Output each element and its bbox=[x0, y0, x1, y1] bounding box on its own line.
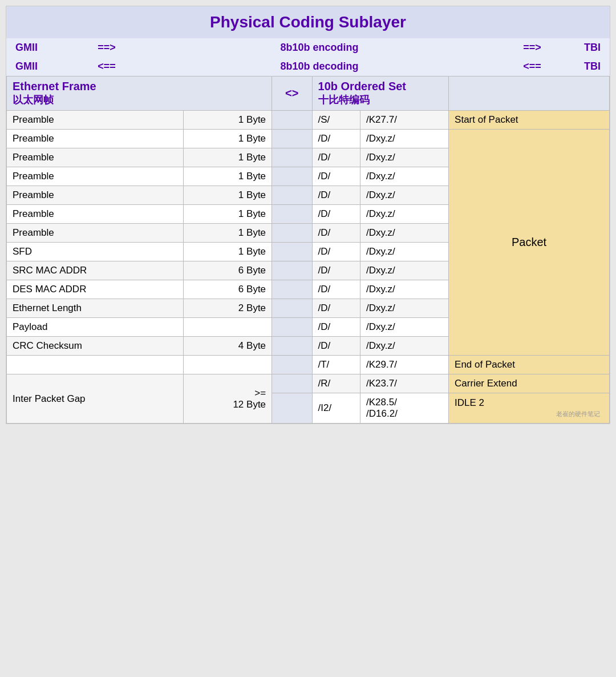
size-field: 1 Byte bbox=[184, 186, 272, 205]
code1-field: /D/ bbox=[312, 318, 360, 337]
table-header: Ethernet Frame以太网帧 <> 10b Ordered Set十比特… bbox=[7, 76, 610, 111]
code2-field: /K27.7/ bbox=[360, 111, 449, 130]
code2-field: /Dxy.z/ bbox=[360, 299, 449, 318]
desc-field: IDLE 2 老崔的硬件笔记 bbox=[449, 393, 610, 424]
sep-field bbox=[272, 299, 312, 318]
sep-field bbox=[272, 393, 312, 424]
sep-field bbox=[272, 261, 312, 280]
size-field: 1 Byte bbox=[184, 167, 272, 186]
code2-field: /K23.7/ bbox=[360, 374, 449, 393]
code1-field: /S/ bbox=[312, 111, 360, 130]
code1-field: /I2/ bbox=[312, 393, 360, 424]
code1-field: /D/ bbox=[312, 261, 360, 280]
tbi-label-2: TBI bbox=[555, 61, 601, 72]
title-bar: Physical Coding Sublayer bbox=[6, 6, 610, 38]
size-field: 1 Byte bbox=[184, 205, 272, 224]
size-field: 4 Byte bbox=[184, 337, 272, 356]
code1-field: /R/ bbox=[312, 374, 360, 393]
sep-field bbox=[272, 205, 312, 224]
size-field bbox=[184, 356, 272, 374]
size-field: 1 Byte bbox=[184, 243, 272, 261]
desc-field: Start of Packet bbox=[449, 111, 610, 130]
code2-field: /Dxy.z/ bbox=[360, 224, 449, 243]
main-table: Ethernet Frame以太网帧 <> 10b Ordered Set十比特… bbox=[6, 76, 610, 424]
sep-field bbox=[272, 186, 312, 205]
table-row: Preamble 1 Byte /S/ /K27.7/ Start of Pac… bbox=[7, 111, 610, 130]
arrow-right-2: ==> bbox=[509, 42, 555, 54]
encoding-label-1: 8b10b encoding bbox=[129, 42, 509, 54]
size-field: 1 Byte bbox=[184, 130, 272, 148]
arrow-right-1: ==> bbox=[84, 42, 129, 54]
code2-field: /Dxy.z/ bbox=[360, 167, 449, 186]
code2-field: /Dxy.z/ bbox=[360, 205, 449, 224]
code2-field: /Dxy.z/ bbox=[360, 186, 449, 205]
frame-field: Inter Packet Gap bbox=[7, 374, 184, 424]
main-container: Physical Coding Sublayer GMII ==> 8b10b … bbox=[6, 6, 610, 424]
sep-field bbox=[272, 167, 312, 186]
code2-field: /Dxy.z/ bbox=[360, 148, 449, 167]
encoding-row-1: GMII ==> 8b10b encoding ==> TBI bbox=[6, 38, 610, 57]
frame-field: SFD bbox=[7, 243, 184, 261]
sep-field bbox=[272, 224, 312, 243]
code1-field: /D/ bbox=[312, 186, 360, 205]
frame-field: Preamble bbox=[7, 224, 184, 243]
frame-field: SRC MAC ADDR bbox=[7, 261, 184, 280]
code2-field: /K28.5//D16.2/ bbox=[360, 393, 449, 424]
header-ethernet: Ethernet Frame以太网帧 bbox=[7, 76, 272, 111]
encoding-row-2: GMII <== 8b10b decoding <== TBI bbox=[6, 57, 610, 76]
header-ordered-set: 10b Ordered Set十比特编码 bbox=[312, 76, 449, 111]
code2-field: /Dxy.z/ bbox=[360, 280, 449, 299]
code1-field: /D/ bbox=[312, 299, 360, 318]
code1-field: /D/ bbox=[312, 243, 360, 261]
code2-field: /K29.7/ bbox=[360, 356, 449, 374]
tbi-label-1: TBI bbox=[555, 42, 601, 54]
frame-field bbox=[7, 356, 184, 374]
code1-field: /D/ bbox=[312, 148, 360, 167]
sep-field bbox=[272, 111, 312, 130]
header-arrow: <> bbox=[272, 76, 312, 111]
code1-field: /T/ bbox=[312, 356, 360, 374]
frame-field: Preamble bbox=[7, 130, 184, 148]
code1-field: /D/ bbox=[312, 337, 360, 356]
code2-field: /Dxy.z/ bbox=[360, 261, 449, 280]
code2-field: /Dxy.z/ bbox=[360, 318, 449, 337]
sep-field bbox=[272, 130, 312, 148]
sep-field bbox=[272, 356, 312, 374]
decoding-label-1: 8b10b decoding bbox=[129, 61, 509, 72]
frame-field: Preamble bbox=[7, 205, 184, 224]
frame-field: Payload bbox=[7, 318, 184, 337]
code2-field: /Dxy.z/ bbox=[360, 337, 449, 356]
size-field: 1 Byte bbox=[184, 148, 272, 167]
arrow-left-1: <== bbox=[84, 61, 129, 72]
frame-field: DES MAC ADDR bbox=[7, 280, 184, 299]
frame-field: Preamble bbox=[7, 167, 184, 186]
code1-field: /D/ bbox=[312, 130, 360, 148]
desc-field: Carrier Extend bbox=[449, 374, 610, 393]
sep-field bbox=[272, 374, 312, 393]
header-desc bbox=[449, 76, 610, 111]
code1-field: /D/ bbox=[312, 205, 360, 224]
frame-field: Ethernet Length bbox=[7, 299, 184, 318]
code2-field: /Dxy.z/ bbox=[360, 130, 449, 148]
size-field: 2 Byte bbox=[184, 299, 272, 318]
sep-field bbox=[272, 337, 312, 356]
size-field: 6 Byte bbox=[184, 261, 272, 280]
sep-field bbox=[272, 280, 312, 299]
sep-field bbox=[272, 243, 312, 261]
table-row: Preamble 1 Byte /D/ /Dxy.z/ Packet bbox=[7, 130, 610, 148]
code1-field: /D/ bbox=[312, 167, 360, 186]
table-row: Inter Packet Gap >=12 Byte /R/ /K23.7/ C… bbox=[7, 374, 610, 393]
code2-field: /Dxy.z/ bbox=[360, 243, 449, 261]
frame-field: Preamble bbox=[7, 111, 184, 130]
table-row: /T/ /K29.7/ End of Packet bbox=[7, 356, 610, 374]
gmii-label-1: GMII bbox=[15, 42, 84, 54]
packet-cell: Packet bbox=[449, 130, 610, 356]
sep-field bbox=[272, 318, 312, 337]
desc-field: End of Packet bbox=[449, 356, 610, 374]
size-field bbox=[184, 318, 272, 337]
code1-field: /D/ bbox=[312, 280, 360, 299]
arrow-left-2: <== bbox=[509, 61, 555, 72]
size-field: 6 Byte bbox=[184, 280, 272, 299]
code1-field: /D/ bbox=[312, 224, 360, 243]
gmii-label-2: GMII bbox=[15, 61, 84, 72]
